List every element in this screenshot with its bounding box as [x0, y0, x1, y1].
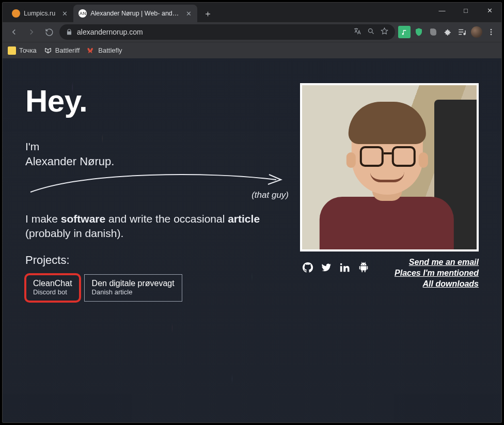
iam-text: I'm — [25, 139, 286, 154]
left-column: Hey. I'm Alexander Nørup. (that guy) I m… — [25, 83, 286, 398]
arrow-annotation: (that guy) — [25, 172, 286, 209]
star-icon[interactable] — [380, 27, 389, 37]
toolbar: alexandernorup.com — [3, 22, 501, 42]
extensions-button[interactable] — [442, 26, 454, 38]
tabs: Lumpics.ru ✕ AN Alexander Nørup | Web- a… — [7, 5, 215, 22]
projects-row: CleanChat Discord bot Den digitale prøve… — [25, 274, 286, 302]
svg-point-2 — [491, 29, 492, 30]
window-controls: — □ ✕ — [430, 3, 501, 18]
ext-playlist-icon[interactable] — [456, 26, 468, 38]
zoom-icon[interactable] — [367, 27, 375, 37]
svg-point-3 — [491, 32, 492, 33]
ext-shield-icon[interactable] — [413, 26, 425, 38]
translate-icon[interactable] — [353, 27, 362, 37]
favicon-icon — [12, 9, 20, 18]
extensions — [398, 26, 497, 38]
linkedin-icon[interactable] — [339, 262, 351, 273]
url-text: alexandernorup.com — [77, 28, 143, 36]
favicon-icon: AN — [78, 9, 87, 18]
link-email[interactable]: Send me an email — [409, 258, 479, 267]
tab-title: Lumpics.ru — [24, 10, 55, 17]
menu-button[interactable] — [485, 26, 497, 38]
project-subtitle: Discord bot — [33, 288, 72, 296]
description: I make software and write the occasional… — [25, 212, 286, 241]
bookmark-bar: Точка Battleriff Battlefly — [3, 42, 501, 58]
tab-title: Alexander Nørup | Web- and soft… — [90, 10, 180, 17]
heading-hey: Hey. — [25, 83, 286, 119]
project-cleanchat[interactable]: CleanChat Discord bot — [25, 274, 80, 302]
project-title: CleanChat — [33, 279, 72, 288]
bookmark-battleriff[interactable]: Battleriff — [44, 46, 80, 55]
link-downloads[interactable]: All downloads — [423, 279, 479, 289]
bookmark-label: Battleriff — [55, 46, 80, 54]
bookmark-favicon-icon — [44, 46, 52, 55]
tab-lumpics[interactable]: Lumpics.ru ✕ — [7, 5, 73, 22]
page-viewport: Hey. I'm Alexander Nørup. (that guy) I m… — [3, 58, 501, 422]
photo-bottom-row: Send me an email Places I'm mentioned Al… — [300, 257, 479, 289]
new-tab-button[interactable]: ＋ — [200, 6, 215, 21]
social-icons — [302, 262, 369, 273]
project-provevagt[interactable]: Den digitale prøvevagt Danish article — [84, 274, 182, 302]
github-icon[interactable] — [302, 262, 313, 273]
bookmark-battlefly[interactable]: Battlefly — [87, 46, 122, 55]
right-column: Send me an email Places I'm mentioned Al… — [300, 83, 479, 398]
bookmark-tochka[interactable]: Точка — [8, 46, 37, 55]
quick-links: Send me an email Places I'm mentioned Al… — [395, 258, 479, 289]
forward-button[interactable] — [24, 25, 39, 39]
project-title: Den digitale prøvevagt — [92, 279, 175, 288]
bookmark-label: Точка — [19, 46, 37, 54]
svg-point-0 — [369, 29, 373, 33]
link-mentions[interactable]: Places I'm mentioned — [395, 269, 479, 278]
bookmark-label: Battlefly — [98, 46, 122, 54]
bookmark-favicon-icon — [87, 46, 95, 55]
reload-button[interactable] — [42, 25, 56, 39]
bookmark-favicon-icon — [8, 46, 16, 55]
svg-point-4 — [491, 34, 492, 35]
tab-alexandernorup[interactable]: AN Alexander Nørup | Web- and soft… ✕ — [73, 5, 197, 22]
android-icon[interactable] — [358, 262, 369, 273]
that-guy-text: (that guy) — [251, 190, 289, 200]
lock-icon — [66, 28, 73, 36]
back-button[interactable] — [7, 25, 21, 39]
browser-window: Lumpics.ru ✕ AN Alexander Nørup | Web- a… — [2, 2, 502, 423]
profile-avatar[interactable] — [470, 26, 483, 38]
maximize-button[interactable]: □ — [454, 3, 478, 18]
minimize-button[interactable]: — — [430, 3, 454, 18]
intro-name: I'm Alexander Nørup. — [25, 139, 286, 169]
projects-heading: Projects: — [25, 254, 286, 267]
page-content: Hey. I'm Alexander Nørup. (that guy) I m… — [3, 58, 501, 422]
ext-music-icon[interactable] — [398, 26, 411, 38]
profile-photo — [300, 83, 479, 251]
project-subtitle: Danish article — [92, 288, 175, 296]
twitter-icon[interactable] — [321, 262, 332, 273]
tab-strip: Lumpics.ru ✕ AN Alexander Nørup | Web- a… — [3, 3, 501, 22]
close-icon[interactable]: ✕ — [186, 10, 192, 17]
address-bar[interactable]: alexandernorup.com — [59, 24, 395, 40]
arrow-icon — [25, 167, 284, 203]
omnibox-actions — [353, 27, 389, 37]
close-button[interactable]: ✕ — [478, 3, 501, 18]
ext-evernote-icon[interactable] — [427, 26, 439, 38]
close-icon[interactable]: ✕ — [61, 10, 68, 17]
